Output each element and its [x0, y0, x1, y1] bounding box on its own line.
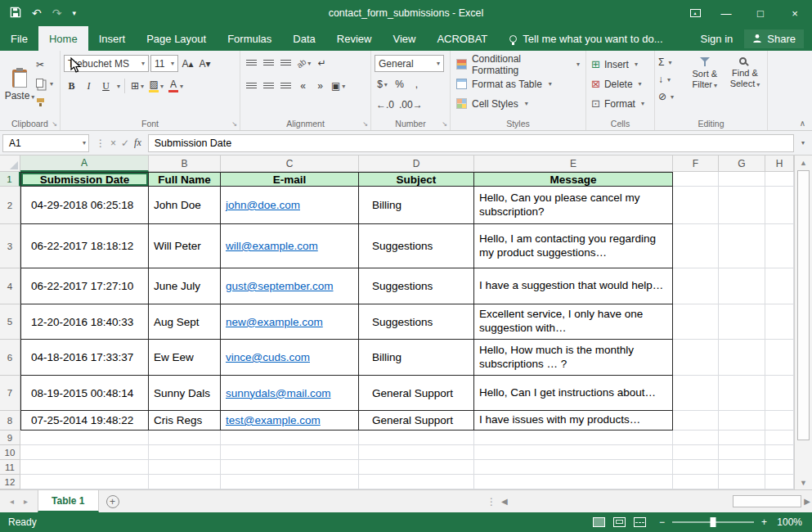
format-as-table-button[interactable]: Format as Table▾ — [454, 74, 582, 93]
collapse-ribbon-button[interactable]: ∧ — [800, 119, 805, 128]
align-right-button[interactable] — [278, 78, 294, 94]
decrease-decimal-button[interactable]: .00→ — [397, 97, 424, 113]
tab-review[interactable]: Review — [326, 26, 383, 51]
borders-button[interactable]: ⊞▾ — [129, 78, 146, 94]
row-header-7[interactable]: 7 — [0, 376, 20, 411]
cell[interactable] — [765, 268, 794, 304]
column-header-h[interactable]: H — [765, 156, 794, 172]
row-header-10[interactable]: 10 — [0, 445, 20, 460]
font-size-select[interactable]: 11▾ — [150, 55, 178, 72]
cell-d2[interactable]: Billing — [359, 187, 474, 224]
cell[interactable] — [359, 460, 474, 475]
cell-b7[interactable]: Sunny Dals — [149, 376, 221, 411]
column-header-g[interactable]: G — [719, 156, 765, 172]
cell[interactable] — [765, 445, 794, 460]
cell-e3[interactable]: Hello, I am contacting you regarding my … — [474, 224, 673, 268]
increase-font-size-button[interactable]: A▴ — [180, 56, 195, 72]
insert-button[interactable]: ⊞Insert▾ — [590, 55, 651, 74]
cell-d5[interactable]: Suggestions — [359, 304, 474, 340]
middle-align-button[interactable] — [261, 55, 276, 71]
cell[interactable] — [719, 187, 765, 224]
email-link[interactable]: new@example.com — [226, 316, 323, 328]
cell-b4[interactable]: June July — [149, 268, 221, 304]
chevron-down-icon[interactable]: ▾ — [117, 83, 120, 90]
cell-a3[interactable]: 06-22-2017 18:18:12 — [20, 224, 149, 268]
cell-b1[interactable]: Full Name — [149, 172, 221, 187]
font-dialog-launcher[interactable]: ↘ — [231, 121, 237, 128]
cell[interactable] — [719, 475, 765, 489]
previous-sheet-button[interactable]: ◂ — [10, 497, 14, 506]
cell-c8[interactable]: test@example.com — [221, 411, 359, 431]
cell[interactable] — [673, 376, 719, 411]
font-name-select[interactable]: Trebuchet MS▾ — [64, 55, 149, 72]
cell[interactable] — [719, 411, 765, 431]
email-link[interactable]: gust@september.com — [226, 280, 334, 292]
cell-a6[interactable]: 04-18-2016 17:33:37 — [20, 340, 149, 376]
fill-button[interactable]: ↓▾ — [658, 72, 684, 87]
cell[interactable] — [719, 445, 765, 460]
number-dialog-launcher[interactable]: ↘ — [442, 121, 447, 128]
tell-me-box[interactable]: Tell me what you want to do... — [498, 26, 674, 51]
redo-icon[interactable]: ↷ — [52, 7, 62, 20]
cell[interactable] — [673, 460, 719, 475]
formula-input[interactable]: Submission Date — [148, 134, 794, 152]
cell-e4[interactable]: I have a suggestion that would help… — [474, 268, 673, 304]
clipboard-dialog-launcher[interactable]: ↘ — [52, 121, 57, 128]
cell[interactable] — [719, 224, 765, 268]
cell[interactable] — [765, 431, 794, 445]
cell[interactable] — [719, 376, 765, 411]
sign-in-link[interactable]: Sign in — [701, 33, 733, 45]
cell-c3[interactable]: will@example.com — [221, 224, 359, 268]
row-header-5[interactable]: 5 — [0, 304, 20, 340]
cell[interactable] — [719, 340, 765, 376]
row-header-12[interactable]: 12 — [0, 475, 20, 489]
paste-button[interactable]: Paste▾ — [3, 55, 36, 116]
accounting-format-button[interactable]: $▾ — [375, 76, 390, 92]
next-sheet-button[interactable]: ▸ — [24, 497, 28, 506]
cell[interactable] — [20, 431, 149, 445]
expand-formula-bar-button[interactable]: ▾ — [796, 139, 810, 147]
cell-e6[interactable]: Hello, How much is the monthly subscript… — [474, 340, 673, 376]
find-select-button[interactable]: Find & Select▾ — [726, 55, 764, 116]
cell[interactable] — [20, 445, 149, 460]
cut-button[interactable]: ✂ — [36, 57, 53, 72]
tab-acrobat[interactable]: ACROBAT — [426, 26, 498, 51]
cell-b8[interactable]: Cris Regs — [149, 411, 221, 431]
email-link[interactable]: will@example.com — [226, 240, 318, 252]
cell-a5[interactable]: 12-20-2016 18:40:33 — [20, 304, 149, 340]
horizontal-scrollbar-track[interactable] — [510, 494, 802, 508]
cell[interactable] — [221, 475, 359, 489]
cell-e5[interactable]: Excellent service, I only have one sugge… — [474, 304, 673, 340]
cell[interactable] — [673, 304, 719, 340]
cell[interactable] — [765, 172, 794, 187]
enter-entry-button[interactable]: ✓ — [121, 138, 129, 149]
alignment-dialog-launcher[interactable]: ↘ — [362, 121, 368, 128]
cell[interactable] — [474, 460, 673, 475]
scroll-up-button[interactable]: ▲ — [795, 156, 812, 169]
zoom-slider[interactable] — [672, 521, 754, 523]
tab-home[interactable]: Home — [38, 26, 88, 51]
wrap-text-button[interactable]: ↵ — [314, 55, 330, 71]
cell-e2[interactable]: Hello, Can you please cancel my subscrip… — [474, 187, 673, 224]
tab-file[interactable]: File — [0, 26, 38, 51]
tab-page-layout[interactable]: Page Layout — [136, 26, 217, 51]
scroll-right-button[interactable]: ▶ — [804, 497, 810, 506]
share-button[interactable]: Share — [744, 29, 804, 48]
cell[interactable] — [221, 431, 359, 445]
cell[interactable] — [765, 187, 794, 224]
row-header-3[interactable]: 3 — [0, 224, 20, 268]
cell[interactable] — [149, 431, 221, 445]
merge-center-button[interactable]: ▣▾ — [330, 78, 347, 94]
cell[interactable] — [765, 460, 794, 475]
column-header-d[interactable]: D — [359, 156, 474, 172]
cell[interactable] — [765, 340, 794, 376]
cell[interactable] — [673, 224, 719, 268]
clear-button[interactable]: ⊘▾ — [658, 89, 684, 104]
cell-c1[interactable]: E-mail — [221, 172, 359, 187]
cell[interactable] — [474, 431, 673, 445]
bold-button[interactable]: B — [64, 78, 79, 94]
cell-a7[interactable]: 08-19-2015 00:48:14 — [20, 376, 149, 411]
tab-splitter-handle[interactable]: ⋮ — [482, 490, 501, 512]
email-link[interactable]: test@example.com — [226, 414, 321, 426]
cell-d4[interactable]: Suggestions — [359, 268, 474, 304]
